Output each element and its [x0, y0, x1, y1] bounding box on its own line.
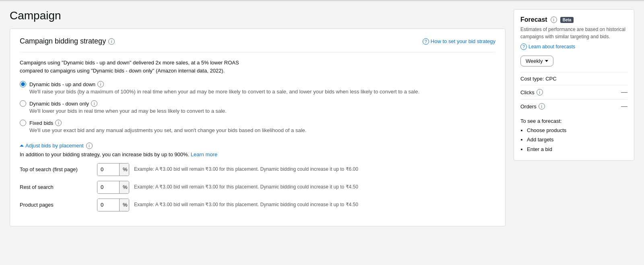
radio-title-up-down: Dynamic bids - up and down i: [29, 81, 104, 87]
forecast-to-see-list: Choose products Add targets Enter a bid: [527, 126, 627, 154]
placement-example-top-search: Example: A ₹3.00 bid will remain ₹3.00 f…: [134, 166, 495, 173]
radio-label-down-only[interactable]: Dynamic bids - down only i: [20, 100, 495, 107]
radio-fixed[interactable]: [20, 120, 26, 126]
placement-input-top-search[interactable]: [97, 164, 119, 176]
radio-option-up-down: Dynamic bids - up and down i We'll raise…: [20, 81, 495, 95]
placement-input-wrap-rest-search: %: [97, 181, 129, 194]
forecast-desc: Estimates of performance are based on hi…: [520, 26, 627, 40]
to-see-item-targets: Add targets: [527, 135, 627, 144]
chevron-down-icon: [545, 60, 548, 62]
radio-desc-down-only: We'll lower your bids in real time when …: [29, 108, 495, 115]
radio-option-fixed: Fixed bids i We'll use your exact bid an…: [20, 120, 495, 134]
forecast-card: Forecast i Beta Estimates of performance…: [514, 9, 634, 161]
up-down-info-icon[interactable]: i: [97, 81, 104, 87]
bidding-options-group: Dynamic bids - up and down i We'll raise…: [20, 81, 495, 135]
forecast-orders-value: —: [621, 103, 627, 110]
forecast-cost-type: Cost type: CPC: [520, 72, 627, 85]
card-header: Campaign bidding strategy i ? How to set…: [20, 37, 495, 52]
orders-info-icon[interactable]: i: [539, 103, 545, 110]
forecast-title: Forecast: [520, 16, 547, 23]
forecast-clicks-row: Clicks i —: [520, 85, 627, 99]
placement-input-wrap-top-search: %: [97, 163, 129, 176]
placement-input-wrap-product-pages: %: [97, 199, 129, 211]
placement-input-product-pages[interactable]: [97, 199, 119, 211]
forecast-title-row: Forecast i Beta: [520, 16, 627, 23]
weekly-dropdown[interactable]: Weekly: [520, 56, 553, 66]
radio-up-down[interactable]: [20, 81, 26, 87]
adjust-bids-header: Adjust bids by placement i: [20, 143, 495, 149]
placement-row-product-pages: Product pages % Example: A ₹3.00 bid wil…: [20, 199, 495, 211]
adjust-bids-toggle[interactable]: Adjust bids by placement: [20, 143, 84, 149]
placement-label-product-pages: Product pages: [20, 202, 92, 208]
placement-label-top-search: Top of search (first page): [20, 166, 92, 172]
forecast-orders-row: Orders i —: [520, 99, 627, 113]
forecast-clicks-label: Clicks i: [520, 89, 543, 95]
radio-option-down-only: Dynamic bids - down only i We'll lower y…: [20, 100, 495, 115]
adjust-bids-section: Adjust bids by placement i In addition t…: [20, 143, 495, 211]
page-title: Campaign: [10, 9, 506, 22]
adjust-desc: In addition to your bidding strategy, yo…: [20, 151, 495, 157]
radio-desc-up-down: We'll raise your bids (by a maximum of 1…: [29, 88, 495, 95]
help-icon: ?: [423, 38, 429, 45]
forecast-to-see: To see a forecast: Choose products Add t…: [520, 118, 627, 154]
placement-pct-top-search: %: [119, 164, 129, 176]
radio-label-fixed[interactable]: Fixed bids i: [20, 120, 495, 126]
promo-text: Campaigns using "Dynamic bids - up and d…: [20, 59, 495, 75]
placement-row-top-search: Top of search (first page) % Example: A …: [20, 163, 495, 176]
forecast-orders-label: Orders i: [520, 103, 545, 110]
fixed-info-icon[interactable]: i: [55, 120, 62, 126]
forecast-panel: Forecast i Beta Estimates of performance…: [514, 9, 634, 226]
radio-title-down-only: Dynamic bids - down only i: [29, 100, 97, 107]
bidding-strategy-info-icon[interactable]: i: [108, 38, 115, 45]
radio-down-only[interactable]: [20, 100, 26, 107]
beta-badge: Beta: [560, 17, 574, 23]
card-title-text: Campaign bidding strategy: [20, 37, 106, 46]
card-title: Campaign bidding strategy i: [20, 37, 115, 46]
placement-pct-rest-search: %: [119, 181, 129, 193]
how-to-set-bid-strategy-link[interactable]: ? How to set your bid strategy: [423, 38, 495, 45]
placement-label-rest-search: Rest of search: [20, 184, 92, 190]
forecast-info-icon[interactable]: i: [551, 17, 557, 23]
learn-forecasts-icon: ?: [520, 43, 527, 50]
campaign-bidding-card: Campaign bidding strategy i ? How to set…: [10, 29, 506, 226]
placement-pct-product-pages: %: [119, 199, 129, 211]
learn-more-link[interactable]: Learn more: [191, 151, 217, 157]
radio-title-fixed: Fixed bids i: [29, 120, 62, 126]
down-only-info-icon[interactable]: i: [91, 100, 97, 107]
placement-row-rest-search: Rest of search % Example: A ₹3.00 bid wi…: [20, 181, 495, 194]
placement-example-product-pages: Example: A ₹3.00 bid will remain ₹3.00 f…: [134, 201, 495, 208]
learn-forecasts-link[interactable]: ? Learn about forecasts: [520, 43, 627, 50]
main-content: Campaign Campaign bidding strategy i ? H…: [10, 9, 506, 226]
placement-table: Top of search (first page) % Example: A …: [20, 163, 495, 211]
adjust-bids-info-icon[interactable]: i: [86, 143, 93, 149]
chevron-up-icon: [20, 145, 24, 147]
radio-label-up-down[interactable]: Dynamic bids - up and down i: [20, 81, 495, 87]
to-see-item-bid: Enter a bid: [527, 145, 627, 154]
placement-example-rest-search: Example: A ₹3.00 bid will remain ₹3.00 f…: [134, 184, 495, 190]
radio-desc-fixed: We'll use your exact bid and any manual …: [29, 127, 495, 134]
forecast-clicks-value: —: [621, 89, 627, 96]
clicks-info-icon[interactable]: i: [537, 89, 543, 95]
to-see-item-products: Choose products: [527, 126, 627, 135]
placement-input-rest-search[interactable]: [97, 181, 119, 193]
